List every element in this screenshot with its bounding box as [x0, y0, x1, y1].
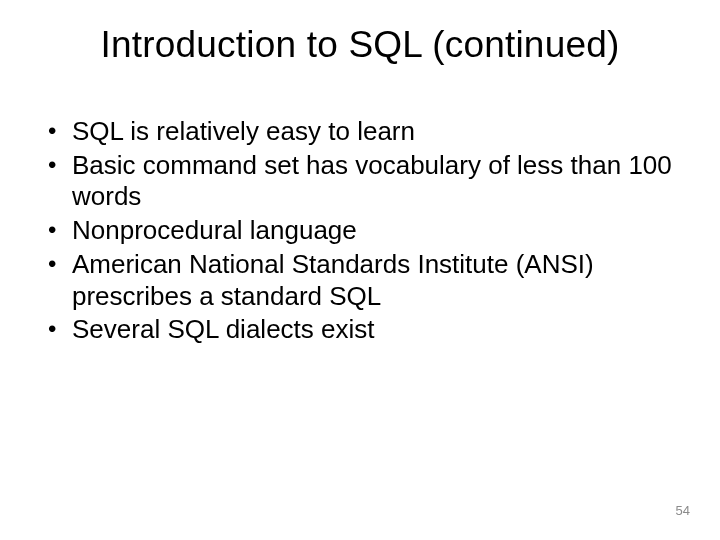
bullet-list: SQL is relatively easy to learn Basic co… — [38, 116, 682, 346]
list-item: American National Standards Institute (A… — [44, 249, 682, 312]
list-item: SQL is relatively easy to learn — [44, 116, 682, 148]
list-item: Nonprocedural language — [44, 215, 682, 247]
slide-container: Introduction to SQL (continued) SQL is r… — [0, 0, 720, 540]
list-item: Basic command set has vocabulary of less… — [44, 150, 682, 213]
list-item: Several SQL dialects exist — [44, 314, 682, 346]
page-number: 54 — [676, 503, 690, 518]
slide-title: Introduction to SQL (continued) — [38, 24, 682, 66]
